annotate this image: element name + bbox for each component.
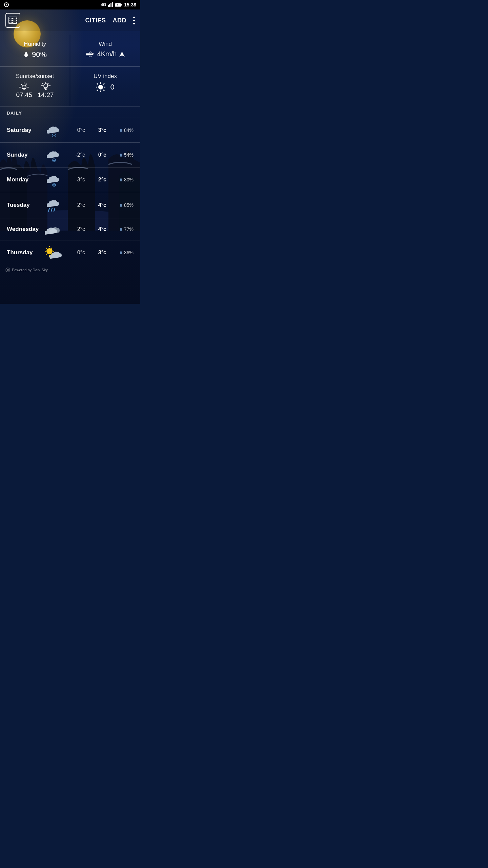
- svg-line-12: [26, 84, 27, 85]
- svg-text:❄: ❄: [52, 182, 57, 187]
- daily-forecast: Saturday❄0°c3°c84%Sunday❄-2°c0°c54%Monda…: [0, 118, 140, 265]
- precip-value: 77%: [119, 226, 134, 232]
- cities-button[interactable]: CITIES: [85, 17, 106, 24]
- more-options-button[interactable]: [133, 17, 135, 24]
- sunrise-times: 07:45 14:27: [7, 82, 63, 99]
- wind-value: 4Km/h: [97, 50, 117, 58]
- powered-by-footer: Powered by Dark Sky: [0, 265, 140, 276]
- time-label: 15:38: [124, 2, 136, 7]
- daily-row: Wednesday2°c4°c77%: [0, 218, 140, 240]
- svg-point-39: [46, 248, 53, 254]
- app-logo[interactable]: [5, 13, 20, 28]
- svg-point-24: [98, 85, 103, 90]
- app-header: CITIES ADD: [0, 9, 140, 31]
- precip-value: 36%: [119, 250, 134, 255]
- powered-by-text: Powered by Dark Sky: [12, 268, 48, 272]
- sunset-time-value: 14:27: [38, 91, 54, 99]
- day-name: Thursday: [7, 249, 41, 256]
- temp-high: 4°c: [88, 202, 106, 208]
- sunrise-icon: [19, 82, 29, 90]
- wind-direction-icon: [119, 52, 125, 57]
- wind-cell: Wind 4Km/h: [70, 35, 140, 66]
- sunrise-cell: Sunrise/sunset 07:45: [0, 67, 70, 106]
- svg-line-32: [97, 90, 98, 91]
- signal-label: 4G: [101, 2, 106, 7]
- precip-value: 54%: [119, 152, 134, 158]
- notification-icon: [4, 2, 9, 7]
- sunrise-label: Sunrise/sunset: [7, 73, 63, 80]
- info-grid-top: Humidity 90% Wind 4Km/h: [0, 35, 140, 67]
- svg-point-49: [7, 269, 9, 271]
- svg-line-37: [51, 208, 52, 211]
- header-actions: CITIES ADD: [85, 17, 135, 24]
- svg-text:❄: ❄: [52, 157, 57, 162]
- temp-high: 3°c: [88, 250, 106, 256]
- svg-point-17: [44, 84, 48, 88]
- info-grid-bottom: Sunrise/sunset 07:45: [0, 67, 140, 106]
- weather-content: Humidity 90% Wind 4Km/h: [0, 35, 140, 276]
- svg-text:❄: ❄: [52, 132, 57, 138]
- temp-low: 2°c: [66, 226, 85, 232]
- temp-high: 2°c: [88, 177, 106, 183]
- status-bar: 4G 15:38: [0, 0, 140, 9]
- svg-line-29: [97, 83, 98, 84]
- temp-low: 0°c: [66, 250, 85, 256]
- daily-row: Thursday0°c3°c36%: [0, 240, 140, 265]
- day-name: Sunday: [7, 152, 41, 158]
- daily-row: Monday❄-3°c2°c80%: [0, 167, 140, 192]
- weather-icon-cell: [43, 197, 64, 213]
- wind-icon: [86, 51, 95, 57]
- precip-value: 80%: [119, 177, 134, 182]
- day-name: Tuesday: [7, 202, 41, 209]
- temp-low: -3°c: [66, 177, 85, 183]
- sunset-icon: [41, 82, 50, 90]
- uv-label: UV index: [77, 73, 134, 80]
- svg-line-45: [51, 248, 52, 249]
- svg-line-36: [48, 208, 49, 211]
- svg-line-31: [103, 83, 104, 84]
- svg-marker-9: [119, 52, 125, 57]
- wind-label: Wind: [77, 41, 134, 47]
- map-logo-icon: [8, 16, 18, 25]
- daily-row: Saturday❄0°c3°c84%: [0, 118, 140, 142]
- sunrise-time: 07:45: [16, 82, 32, 99]
- add-button[interactable]: ADD: [113, 17, 127, 24]
- humidity-drop-icon: [23, 51, 29, 58]
- humidity-cell: Humidity 90%: [0, 35, 70, 66]
- precip-value: 85%: [119, 202, 134, 208]
- svg-rect-1: [109, 4, 110, 7]
- dark-sky-logo-icon: [5, 268, 10, 272]
- svg-rect-2: [110, 3, 111, 7]
- temp-high: 0°c: [88, 152, 106, 158]
- svg-line-46: [46, 254, 47, 255]
- humidity-value-row: 90%: [7, 50, 63, 59]
- uv-sun-icon: [96, 82, 105, 92]
- daily-section-header: DAILY: [0, 106, 140, 118]
- svg-line-44: [46, 248, 47, 249]
- uv-value: 0: [110, 83, 114, 92]
- svg-line-38: [54, 208, 55, 211]
- daily-row: Tuesday2°c4°c85%: [0, 192, 140, 218]
- weather-icon-cell: ❄: [43, 147, 64, 162]
- daily-label: DAILY: [7, 111, 134, 116]
- svg-rect-5: [121, 4, 122, 6]
- day-name: Saturday: [7, 127, 41, 134]
- temp-low: 2°c: [66, 202, 85, 208]
- svg-rect-3: [112, 2, 113, 7]
- weather-icon-cell: [43, 223, 64, 235]
- sunrise-time-value: 07:45: [16, 91, 32, 99]
- temp-high: 3°c: [88, 127, 106, 133]
- weather-icon-cell: ❄: [43, 123, 64, 138]
- wind-value-row: 4Km/h: [77, 50, 134, 58]
- daily-row: Sunday❄-2°c0°c54%: [0, 142, 140, 167]
- humidity-value: 90%: [32, 50, 47, 59]
- day-name: Monday: [7, 176, 41, 183]
- temp-low: -2°c: [66, 152, 85, 158]
- svg-line-30: [103, 90, 104, 91]
- weather-icon-cell: [43, 245, 64, 260]
- temp-low: 0°c: [66, 127, 85, 133]
- humidity-label: Humidity: [7, 41, 63, 47]
- uv-cell: UV index 0: [70, 67, 140, 106]
- weather-icon-cell: ❄: [43, 172, 64, 187]
- signal-icon: [108, 2, 113, 7]
